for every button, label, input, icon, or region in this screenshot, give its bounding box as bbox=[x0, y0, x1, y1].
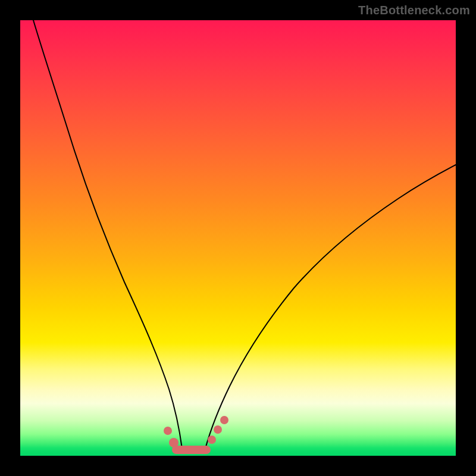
curve-svg bbox=[20, 20, 456, 456]
marker-right-1 bbox=[208, 436, 216, 444]
marker-right-2 bbox=[214, 425, 222, 434]
curve-left-branch bbox=[33, 20, 182, 449]
marker-right-3 bbox=[220, 416, 228, 424]
marker-left-1 bbox=[164, 427, 172, 435]
plot-area bbox=[20, 20, 456, 456]
curve-right-branch bbox=[205, 165, 456, 449]
watermark-text: TheBottleneck.com bbox=[358, 4, 470, 17]
chart-frame: TheBottleneck.com bbox=[0, 0, 476, 476]
